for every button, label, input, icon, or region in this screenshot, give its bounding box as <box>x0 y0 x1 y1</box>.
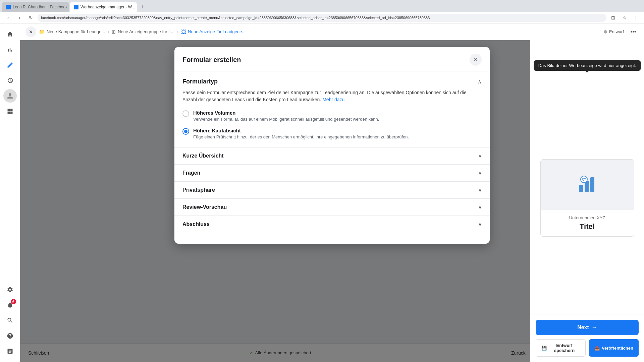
radio-circle-volume[interactable] <box>182 110 189 117</box>
campaign-icon: 📁 <box>39 29 45 35</box>
browser-chrome: Leon R. Chaudhari | Facebook ✕ Werbeanze… <box>0 0 644 23</box>
form-type-header: Formulartyp ∧ <box>182 78 482 89</box>
sidebar-icon-edit[interactable] <box>3 58 17 72</box>
ad-preview-card: XY Unternehmen XYZ Titel <box>540 159 634 237</box>
forward-button[interactable]: › <box>15 13 24 22</box>
close-icon: ✕ <box>29 29 33 35</box>
tab-favicon-ads <box>74 5 78 9</box>
svg-text:XY: XY <box>582 178 586 181</box>
modal-header: Formular erstellen ✕ <box>174 47 490 71</box>
ad-card-body: Unternehmen XYZ Titel <box>541 210 634 236</box>
sidebar-icon-search[interactable] <box>3 314 17 327</box>
sidebar-icon-home[interactable] <box>3 27 17 41</box>
breadcrumb-sep-1: › <box>108 29 109 34</box>
next-arrow-icon: → <box>592 324 597 330</box>
ad-card-image: XY <box>541 160 634 210</box>
top-bar-right: Entwurf ••• <box>604 26 639 37</box>
mehr-dazu-link[interactable]: Mehr dazu <box>322 97 344 102</box>
left-sidebar: 6 <box>0 23 20 362</box>
ad-placeholder-icon: XY <box>577 175 597 195</box>
radio-text-intent: Höhere Kaufabsicht Füge einen Prüfschrit… <box>193 128 409 140</box>
radio-label-volume: Höheres Volumen <box>193 110 379 116</box>
draft-badge: Entwurf <box>604 29 624 34</box>
breadcrumb-campaign-label: Neue Kampagne für Leadge... <box>47 29 105 34</box>
draft-dot <box>604 30 607 34</box>
close-button[interactable]: ✕ <box>25 26 36 37</box>
radio-group: Höheres Volumen Verwende ein Formular, d… <box>182 110 482 140</box>
sidebar-icon-history[interactable] <box>3 74 17 87</box>
more-options-button[interactable]: ••• <box>628 26 639 37</box>
ad-preview-area: Das Bild deiner Werbeanzeige wird hier a… <box>530 40 644 314</box>
refresh-button[interactable]: ↻ <box>26 13 36 22</box>
radio-circle-intent[interactable] <box>182 128 189 135</box>
radio-text-volume: Höheres Volumen Verwende ein Formular, d… <box>193 110 379 122</box>
sidebar-icon-chart[interactable] <box>3 43 17 56</box>
modal-body: Formulartyp ∧ Passe dein Formular entspr… <box>174 71 490 244</box>
radio-option-volume: Höheres Volumen Verwende ein Formular, d… <box>182 110 482 122</box>
sidebar-icon-grid[interactable] <box>3 105 17 118</box>
kurze-ubersicht-label: Kurze Übersicht <box>182 153 224 159</box>
fragen-chevron: ∨ <box>478 170 482 176</box>
form-type-title: Formulartyp <box>182 78 218 85</box>
modal-overlay: Formular erstellen ✕ Formulartyp ∧ <box>20 40 644 362</box>
address-text: facebook.com/adsmanager/manage/ads/edit?… <box>41 16 430 20</box>
notification-badge: 6 <box>11 299 16 304</box>
menu-button[interactable]: ⋮ <box>631 13 641 22</box>
publish-icon: 📤 <box>594 346 600 351</box>
tab-ads-manager[interactable]: Werbeanzeigenmanager - W... ✕ <box>70 2 137 12</box>
adset-icon: ⊞ <box>112 29 116 35</box>
collapse-button[interactable]: ∧ <box>478 78 482 85</box>
tab-facebook[interactable]: Leon R. Chaudhari | Facebook ✕ <box>2 2 69 12</box>
publish-button-preview[interactable]: 📤 Veröffentlichen <box>589 339 639 357</box>
breadcrumb-adset[interactable]: ⊞ Neue Anzeigengruppe für L... <box>112 29 174 35</box>
publish-label: Veröffentlichen <box>602 346 633 351</box>
privatsphare-chevron: ∨ <box>478 187 482 193</box>
preview-actions: 💾 Entwurf speichern 📤 Veröffentlichen <box>536 339 639 357</box>
bookmark-button[interactable]: ☆ <box>620 13 629 22</box>
kurze-ubersicht-chevron: ∨ <box>478 153 482 159</box>
nav-bar: ‹ › ↻ facebook.com/adsmanager/manage/ads… <box>0 12 644 23</box>
sidebar-icon-avatar[interactable] <box>3 89 17 103</box>
abschluss-label: Abschluss <box>182 221 210 227</box>
radio-label-intent: Höhere Kaufabsicht <box>193 128 409 133</box>
collapsible-abschluss[interactable]: Abschluss ∨ <box>174 216 490 233</box>
draft-save-label: Entwurf speichern <box>549 343 580 353</box>
section-divider-bottom <box>174 238 490 238</box>
radio-desc-intent: Füge einen Prüfschritt hinzu, der es den… <box>193 134 409 140</box>
breadcrumb-campaign[interactable]: 📁 Neue Kampagne für Leadge... <box>39 29 105 35</box>
sidebar-icon-pages[interactable] <box>3 345 17 358</box>
back-button[interactable]: ‹ <box>3 13 13 22</box>
collapsible-kurze-ubersicht[interactable]: Kurze Übersicht ∨ <box>174 147 490 164</box>
radio-option-intent: Höhere Kaufabsicht Füge einen Prüfschrit… <box>182 128 482 140</box>
draft-label: Entwurf <box>609 29 624 34</box>
tab-bar: Leon R. Chaudhari | Facebook ✕ Werbeanze… <box>0 0 644 12</box>
new-tab-button[interactable]: + <box>138 2 147 12</box>
draft-save-button[interactable]: 💾 Entwurf speichern <box>536 339 586 357</box>
preview-panel: Das Bild deiner Werbeanzeige wird hier a… <box>530 40 644 362</box>
next-button[interactable]: Next → <box>536 320 639 335</box>
form-description: Passe dein Formular entsprechend dem Zie… <box>182 89 482 103</box>
review-vorschau-label: Review-Vorschau <box>182 204 227 210</box>
address-bar[interactable]: facebook.com/adsmanager/manage/ads/edit?… <box>38 14 606 22</box>
breadcrumb-ad[interactable]: 🖼 Neue Anzeige für Leadgene... <box>181 29 246 35</box>
breadcrumb-adset-label: Neue Anzeigengruppe für L... <box>118 29 174 34</box>
modal-close-icon: ✕ <box>473 56 478 63</box>
modal-close-button[interactable]: ✕ <box>470 54 482 66</box>
preview-bottom: Next → 💾 Entwurf speichern 📤 Veröffentli… <box>530 314 644 362</box>
ad-icon: 🖼 <box>181 29 186 35</box>
ad-title: Titel <box>546 222 629 231</box>
extensions-button[interactable]: ⊞ <box>608 13 618 22</box>
page-body: Formular erstellen ✕ Formulartyp ∧ <box>20 40 644 362</box>
form-type-section: Formulartyp ∧ Passe dein Formular entspr… <box>174 71 490 147</box>
sidebar-icon-bell[interactable]: 6 <box>3 298 17 312</box>
breadcrumb-sep-2: › <box>177 29 178 34</box>
collapsible-privatsphare[interactable]: Privatsphäre ∨ <box>174 181 490 198</box>
tab-label-facebook: Leon R. Chaudhari | Facebook <box>13 5 67 9</box>
radio-desc-volume: Verwende ein Formular, das auf einem Mob… <box>193 116 379 122</box>
collapsible-fragen[interactable]: Fragen ∨ <box>174 164 490 181</box>
sidebar-icon-settings[interactable] <box>3 283 17 296</box>
top-bar: ✕ 📁 Neue Kampagne für Leadge... › ⊞ Neue… <box>20 23 644 40</box>
sidebar-icon-help[interactable] <box>3 329 17 343</box>
collapsible-review-vorschau[interactable]: Review-Vorschau ∨ <box>174 198 490 216</box>
breadcrumb-ad-label: Neue Anzeige für Leadgene... <box>188 29 246 34</box>
